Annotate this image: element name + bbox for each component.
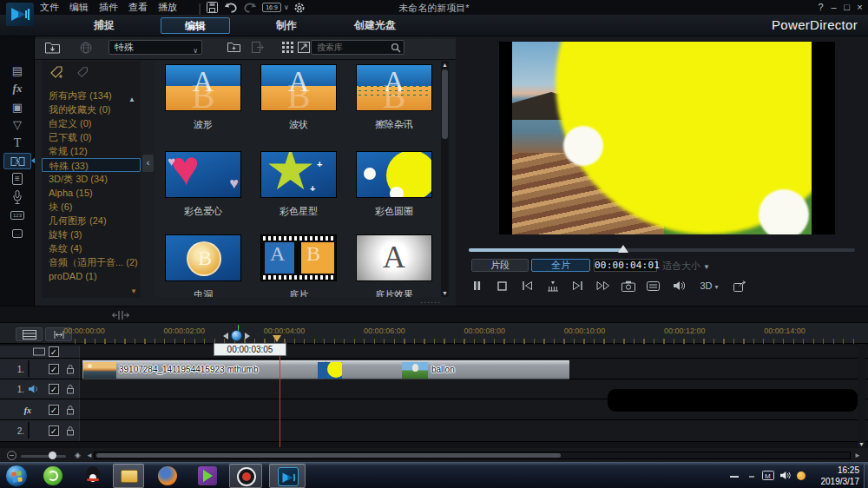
thumbnail-size-icon[interactable] <box>298 40 310 55</box>
fit-timeline-icon[interactable]: ◈ <box>73 451 82 460</box>
add-tag-icon[interactable] <box>50 66 65 79</box>
title-room-icon[interactable]: T <box>3 135 31 151</box>
timeline-scroll-down-icon[interactable]: ▼ <box>858 441 865 447</box>
import-media-icon[interactable] <box>45 40 60 55</box>
window-minimize-button[interactable]: – <box>827 1 840 13</box>
zoom-slider[interactable] <box>21 455 66 458</box>
track-manager-button[interactable] <box>16 327 43 341</box>
particle-room-icon[interactable]: ▽ <box>3 116 31 133</box>
scroll-up-icon[interactable]: ▲ <box>441 62 449 68</box>
tray-collapse-icon[interactable] <box>729 471 740 479</box>
library-scrollbar-thumb[interactable] <box>442 69 448 139</box>
select-all-tracks-icon[interactable] <box>33 348 45 356</box>
menu-item-0[interactable]: 文件 <box>35 0 64 15</box>
category-10[interactable]: 旋转 (3) <box>42 228 141 241</box>
scroll-left-icon[interactable]: ◄ <box>86 452 93 459</box>
new-folder-icon[interactable] <box>227 40 240 55</box>
aspect-chevron-icon[interactable]: ∨ <box>284 3 289 11</box>
panel-splitter[interactable] <box>0 306 868 323</box>
track-lock-icon[interactable] <box>66 364 75 374</box>
category-2[interactable]: 自定义 (0) <box>42 116 141 130</box>
redo-icon[interactable] <box>243 2 257 13</box>
timeline-hscrollbar[interactable] <box>94 452 851 459</box>
search-icon[interactable] <box>391 43 401 53</box>
pip-objects-room-icon[interactable]: ▣ <box>3 99 31 115</box>
audio-mixing-room-icon[interactable]: ≡ <box>3 171 31 188</box>
category-6[interactable]: 3D/类 3D (34) <box>42 172 141 186</box>
timeline-marker[interactable] <box>273 335 281 342</box>
clip-mode-button[interactable]: 片段 <box>471 259 529 272</box>
menu-item-1[interactable]: 编辑 <box>64 0 94 15</box>
library-item-star[interactable]: ★++彩色星型 <box>260 151 337 198</box>
remove-tag-icon[interactable] <box>77 66 90 79</box>
library-item-heart[interactable]: ♥♥♥彩色爱心 <box>165 151 241 198</box>
tab-3[interactable]: 创建光盘 <box>340 17 410 34</box>
window-close-button[interactable]: × <box>853 1 866 13</box>
save-icon[interactable] <box>207 2 218 13</box>
volume-tray-icon[interactable] <box>779 471 791 480</box>
browser-360-icon[interactable] <box>43 466 62 485</box>
produce-window-icon[interactable] <box>733 279 747 293</box>
explorer-taskbar-slot[interactable] <box>113 464 144 488</box>
library-item-circle[interactable]: 彩色圆圈 <box>356 151 432 198</box>
window-help-button[interactable]: ? <box>814 1 827 13</box>
input-method-icon[interactable]: M <box>762 471 774 480</box>
category-7[interactable]: Alpha (15) <box>42 186 141 200</box>
pause-icon[interactable] <box>470 279 484 293</box>
start-button[interactable] <box>5 465 28 487</box>
menu-item-2[interactable]: 插件 <box>94 0 123 15</box>
show-desktop-button[interactable] <box>864 463 868 488</box>
category-scroll-up-icon[interactable]: ▲ <box>128 96 135 103</box>
track-lock-icon[interactable] <box>66 425 75 436</box>
category-12[interactable]: 音频（适用于音... (2) <box>42 255 141 269</box>
library-item-coin[interactable]: B虫洞 <box>165 234 241 281</box>
scroll-right-icon[interactable]: ► <box>854 452 861 459</box>
firefox-icon[interactable] <box>158 466 177 485</box>
voiceover-room-icon[interactable] <box>3 189 31 206</box>
preview-video[interactable] <box>499 42 835 234</box>
category-8[interactable]: 块 (6) <box>42 200 141 214</box>
3d-mode-icon[interactable]: 3D ▾ <box>696 279 722 293</box>
media-room-icon[interactable]: ▤ <box>3 63 31 79</box>
movie-mode-button[interactable]: 全片 <box>531 259 590 272</box>
category-0[interactable]: 所有内容 (134) <box>42 89 141 102</box>
timeline-hscrollbar-thumb[interactable] <box>96 453 561 458</box>
preview-timecode[interactable]: 00:00:04:01 <box>594 259 657 272</box>
category-4[interactable]: 常规 (12) <box>42 144 141 158</box>
track-lock-icon[interactable] <box>66 405 75 415</box>
track-enable-checkbox[interactable]: ✓ <box>49 405 59 415</box>
next-frame-icon[interactable] <box>570 279 585 293</box>
panel-resize-handle[interactable] <box>111 310 130 320</box>
library-item-film[interactable]: AB底片 <box>260 234 337 281</box>
undo-icon[interactable] <box>224 2 238 13</box>
taskbar-clock[interactable]: 16:252019/3/17 <box>799 465 859 487</box>
previous-frame-icon[interactable] <box>520 279 535 293</box>
library-item-negative[interactable]: A底片效果 <box>356 234 432 281</box>
category-scroll-down-icon[interactable]: ▼ <box>130 287 137 295</box>
volume-icon[interactable] <box>671 279 686 293</box>
category-3[interactable]: 已下载 (0) <box>42 130 141 144</box>
export-library-icon[interactable] <box>252 40 264 55</box>
snapshot-icon[interactable] <box>621 279 635 293</box>
video-track-clips[interactable]: 39107284_1411954415923 mthumb ballon <box>82 360 569 379</box>
preview-quality-icon[interactable] <box>646 279 661 293</box>
search-input[interactable] <box>315 42 388 53</box>
tab-0[interactable]: 捕捉 <box>78 17 130 34</box>
qq-icon[interactable] <box>83 466 102 485</box>
track-enable-checkbox[interactable]: ✓ <box>49 384 59 394</box>
aspect-ratio-badge[interactable]: 16:9 <box>262 3 281 12</box>
library-scrollbar[interactable]: ▲ ▼ <box>441 61 449 297</box>
fast-forward-icon[interactable] <box>595 279 610 293</box>
chapter-room-icon[interactable]: 123 <box>3 207 31 223</box>
collapse-categories-button[interactable]: ‹ <box>142 155 154 172</box>
library-item-wave[interactable]: AB波形 <box>165 64 241 111</box>
tray-dash-icon[interactable] <box>748 471 755 479</box>
recorder-taskbar-slot[interactable] <box>229 464 262 488</box>
library-item-wave2[interactable]: AB波状 <box>260 64 337 111</box>
download-content-icon[interactable] <box>80 40 92 55</box>
step-frame-icon[interactable] <box>545 279 560 293</box>
category-1[interactable]: 我的收藏夹 (0) <box>42 102 141 116</box>
track-enable-checkbox[interactable]: ✓ <box>49 425 59 436</box>
category-5[interactable]: 特殊 (33) <box>42 158 141 172</box>
transition-room-icon[interactable] <box>3 153 31 169</box>
